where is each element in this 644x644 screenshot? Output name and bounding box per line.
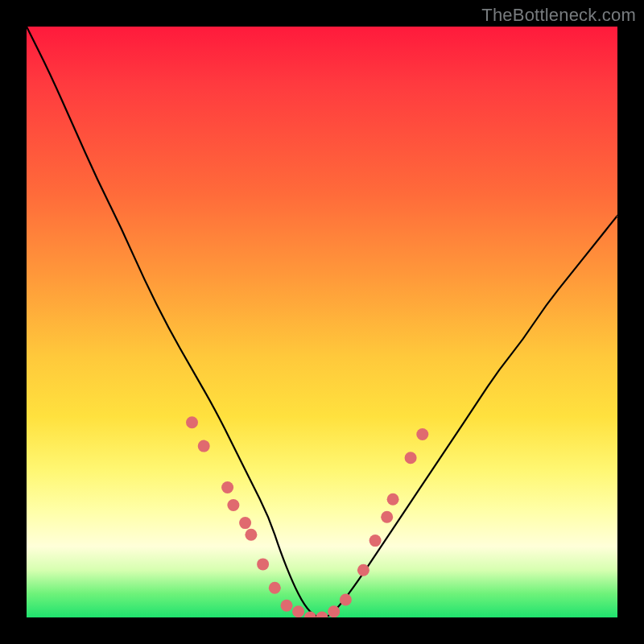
highlight-dot: [340, 594, 352, 606]
highlight-dot: [245, 529, 257, 541]
chart-frame: TheBottleneck.com: [0, 0, 644, 644]
highlight-dot: [328, 605, 340, 617]
highlight-dot: [281, 600, 293, 612]
highlight-dots: [186, 416, 428, 617]
highlight-dot: [221, 481, 233, 493]
highlight-dot: [387, 493, 399, 506]
highlight-dot: [405, 452, 417, 464]
highlight-dot: [369, 535, 382, 547]
highlight-dot: [186, 416, 198, 428]
highlight-dot: [198, 440, 210, 452]
watermark-text: TheBottleneck.com: [481, 5, 636, 26]
highlight-dot: [416, 428, 428, 440]
highlight-dot: [381, 511, 393, 523]
curve-svg: [27, 27, 617, 617]
plot-area: [27, 27, 617, 617]
highlight-dot: [357, 564, 369, 576]
highlight-dot: [239, 517, 251, 529]
highlight-dot: [269, 582, 281, 594]
highlight-dot: [292, 605, 304, 617]
highlight-dot: [316, 612, 328, 618]
highlight-dot: [227, 499, 239, 511]
bottleneck-curve: [27, 27, 617, 617]
highlight-dot: [304, 612, 316, 618]
highlight-dot: [257, 558, 269, 570]
